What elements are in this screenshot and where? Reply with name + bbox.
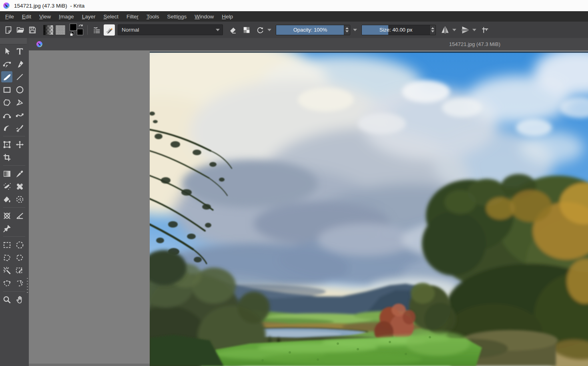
reload-original-preset-button[interactable] xyxy=(254,24,266,36)
select-bezier-icon xyxy=(2,279,12,288)
open-image-button[interactable] xyxy=(14,24,26,36)
fill-icon xyxy=(2,195,12,204)
menu-settings[interactable]: Settings xyxy=(163,12,191,21)
tool-pan[interactable] xyxy=(14,294,25,305)
tool-transform[interactable] xyxy=(1,139,12,150)
new-document-icon xyxy=(4,26,13,34)
alpha-checkerboard-icon xyxy=(242,26,251,34)
tool-fill[interactable] xyxy=(1,194,12,205)
tool-colorize-mask[interactable] xyxy=(1,181,12,192)
tool-select-contiguous[interactable] xyxy=(1,265,12,276)
tool-select-similar-color[interactable] xyxy=(14,265,25,276)
tool-freehand-path[interactable] xyxy=(14,110,25,121)
reset-colors-icon[interactable] xyxy=(70,32,75,36)
gradient-swatch[interactable] xyxy=(43,25,54,35)
pattern-swatch[interactable] xyxy=(55,25,66,35)
tool-line[interactable] xyxy=(14,71,25,82)
tool-multibrush[interactable] xyxy=(14,122,25,134)
tool-color-sampler[interactable] xyxy=(14,168,25,179)
mirror-vertical-button[interactable] xyxy=(459,24,471,36)
opacity-spinner[interactable] xyxy=(344,25,350,35)
select-elliptical-icon xyxy=(15,240,24,250)
menu-file[interactable]: File xyxy=(1,12,18,21)
tool-reference-images[interactable] xyxy=(1,223,12,234)
tool-select-freehand[interactable] xyxy=(14,252,25,263)
tool-dynamic-brush[interactable] xyxy=(1,122,12,134)
new-document-button[interactable] xyxy=(2,24,14,36)
color-sampler-icon xyxy=(15,169,24,178)
reload-dropdown-arrow[interactable] xyxy=(266,25,273,35)
tool-transform-select[interactable] xyxy=(1,46,12,57)
mirror-vertical-dropdown-arrow[interactable] xyxy=(471,25,478,35)
menu-image[interactable]: Image xyxy=(55,12,78,21)
foreground-background-colors[interactable] xyxy=(70,24,84,36)
tool-freehand-brush[interactable] xyxy=(1,71,12,82)
save-button[interactable] xyxy=(26,24,38,36)
tool-rectangle[interactable] xyxy=(1,84,12,95)
panel-resize-grip[interactable] xyxy=(27,278,28,293)
tool-crop[interactable] xyxy=(1,152,12,163)
menu-help[interactable]: Help xyxy=(218,12,237,21)
choose-brush-preset-button[interactable] xyxy=(91,24,103,36)
menu-bar: FileEditViewImageLayerSelectFilterToolsS… xyxy=(0,11,588,22)
measure-icon xyxy=(15,211,24,220)
select-similar-color-icon xyxy=(15,266,24,275)
eraser-mode-button[interactable] xyxy=(227,24,239,36)
tool-polyline[interactable] xyxy=(14,97,25,108)
size-spinner[interactable] xyxy=(429,25,435,35)
toolbox-panel xyxy=(0,38,29,366)
blending-mode-dropdown[interactable]: Normal xyxy=(118,24,223,35)
select-contiguous-icon xyxy=(2,266,12,275)
tool-select-rectangular[interactable] xyxy=(1,239,12,250)
tool-move[interactable] xyxy=(14,139,25,150)
tool-select-magnetic[interactable] xyxy=(14,278,25,289)
mirror-horizontal-button[interactable] xyxy=(439,24,451,36)
toolbox-docker-header[interactable] xyxy=(0,38,27,44)
freehand-path-icon xyxy=(15,111,24,120)
chevron-down-icon xyxy=(216,29,220,31)
background-color-swatch[interactable] xyxy=(77,29,83,35)
preserve-alpha-button[interactable] xyxy=(241,24,253,36)
canvas-image[interactable] xyxy=(150,52,588,366)
tool-bezier-curve[interactable] xyxy=(1,110,12,121)
crop-icon xyxy=(2,153,12,162)
tool-measure[interactable] xyxy=(14,210,25,221)
opacity-slider[interactable]: Opacity: 100% xyxy=(276,25,350,35)
brush-editor-icon xyxy=(105,26,114,34)
edit-brush-settings-button[interactable] xyxy=(104,24,115,36)
zoom-icon xyxy=(2,295,12,304)
tool-select-bezier[interactable] xyxy=(1,278,12,289)
tool-select-polygonal[interactable] xyxy=(1,252,12,263)
foreground-color-swatch[interactable] xyxy=(70,24,77,31)
tool-zoom[interactable] xyxy=(1,294,12,305)
opacity-dropdown-arrow[interactable] xyxy=(352,25,358,35)
ellipse-icon xyxy=(15,85,24,94)
tool-assistants[interactable] xyxy=(1,210,12,221)
select-freehand-icon xyxy=(15,253,24,262)
menu-view[interactable]: View xyxy=(35,12,55,21)
tool-enclose-fill[interactable] xyxy=(14,194,25,205)
tool-polygon[interactable] xyxy=(1,97,12,108)
menu-select[interactable]: Select xyxy=(99,12,122,21)
mirror-horizontal-dropdown-arrow[interactable] xyxy=(451,25,458,35)
dynamic-brush-icon xyxy=(2,124,12,133)
tool-edit-shapes[interactable] xyxy=(1,58,12,70)
size-slider[interactable]: Size: 40.00 px xyxy=(361,25,436,35)
menu-layer[interactable]: Layer xyxy=(78,12,100,21)
menu-tools[interactable]: Tools xyxy=(142,12,163,21)
tool-text[interactable] xyxy=(14,46,25,57)
trim-to-image-button[interactable] xyxy=(479,24,491,36)
window-titlebar: 154721.jpg (47.3 MiB) - Krita xyxy=(0,0,588,11)
tool-select-elliptical[interactable] xyxy=(14,239,25,250)
tool-calligraphy[interactable] xyxy=(14,58,25,70)
tool-ellipse[interactable] xyxy=(14,84,25,95)
menu-filter[interactable]: Filter xyxy=(122,12,142,21)
menu-edit[interactable]: Edit xyxy=(18,12,35,21)
menu-window[interactable]: Window xyxy=(191,12,218,21)
opacity-label: Opacity: 100% xyxy=(276,25,344,35)
tool-smart-patch[interactable] xyxy=(14,181,25,192)
document-tab-bar: 154721.jpg (47.3 MiB) xyxy=(29,38,588,50)
tool-gradient[interactable] xyxy=(1,168,12,179)
swap-colors-icon[interactable] xyxy=(78,24,83,28)
trim-icon xyxy=(481,26,490,34)
